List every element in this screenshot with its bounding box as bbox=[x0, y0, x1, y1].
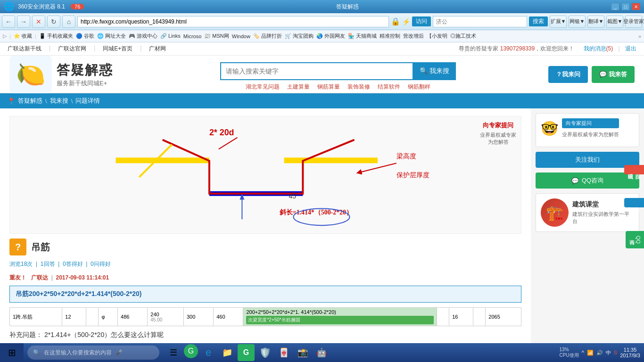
expert-card: 🤓 向专家提问 业界最权威专家为您解答 bbox=[536, 113, 639, 147]
refresh-button[interactable]: ↻ bbox=[47, 16, 60, 28]
bookmark-msn[interactable]: 📰 MSN网 bbox=[204, 33, 229, 40]
header-buttons: ？我来问 💬 我来答 bbox=[548, 66, 635, 83]
search-link-gangjin[interactable]: 钢筋算量 bbox=[317, 83, 340, 91]
bookmark-taobao[interactable]: 🛒 淘宝团购 bbox=[285, 33, 314, 40]
label-lianggao-svg: 梁高度 bbox=[396, 153, 416, 160]
bookmark-window[interactable]: Window bbox=[232, 33, 250, 39]
nav-sep3: | bbox=[140, 45, 141, 53]
bookmark-foreign[interactable]: 🌏 外国网友 bbox=[316, 33, 345, 40]
maximize-button[interactable]: □ bbox=[621, 3, 630, 10]
bookmarks-bar: ▷ | ⭐ 收藏 | 📱 手机收藏夹 🔵 谷歌 🌐 网址大全 🎮 游戏中心 🔗 … bbox=[0, 30, 644, 42]
taskbar-app-file[interactable]: 📁 bbox=[219, 344, 236, 361]
taskbar-app-snap[interactable]: 📸 bbox=[294, 344, 311, 361]
bookmark-shoucang[interactable]: ⭐ 收藏 bbox=[14, 33, 32, 40]
formula-box: 吊筋200+2*50+2*20*d+2*1.414*(500-2*20) bbox=[9, 286, 521, 303]
nav-guangcai[interactable]: 广材网 bbox=[149, 45, 166, 53]
taskbar: ⊞ 🔍 在这里输入你要搜索的内容 🎤 ☰ G e 📁 G 🛡️ 🀄 📸 🤖 13… bbox=[0, 343, 644, 362]
browser-title: 360安全浏览器 8.1 bbox=[18, 3, 65, 11]
follow-button[interactable]: 关注我们 bbox=[536, 152, 639, 168]
nav-gld-guanwang[interactable]: 广联达官网 bbox=[58, 45, 86, 53]
bookmark-shigong[interactable]: ◎施工技术 bbox=[450, 33, 476, 40]
cell-phi: φ bbox=[99, 308, 118, 326]
taskbar-app-mahjong[interactable]: 🀄 bbox=[275, 344, 292, 361]
view-count[interactable]: 浏览18次 bbox=[9, 261, 33, 267]
bookmark-games[interactable]: 🎮 游戏中心 bbox=[129, 33, 157, 40]
answer-question-button[interactable]: 💬 我来答 bbox=[592, 66, 635, 83]
breadcrumb-search[interactable]: 我来搜 bbox=[50, 97, 68, 105]
browser-search-input[interactable] bbox=[433, 16, 527, 27]
breadcrumb-home[interactable]: 答疑解惑 bbox=[18, 97, 42, 105]
float-qq-button[interactable]: QQ咨询 bbox=[626, 231, 644, 248]
login-button[interactable]: 登录管家 bbox=[625, 16, 642, 28]
home-button[interactable]: ⌂ bbox=[62, 16, 75, 28]
search-submit-button[interactable]: 🔍 我来搜 bbox=[413, 62, 456, 80]
tray-network: 📶 bbox=[587, 350, 594, 356]
forward-button[interactable]: → bbox=[17, 16, 30, 28]
taskbar-search-label: 在这里输入你要搜索的内容 bbox=[44, 349, 112, 357]
extension-button[interactable]: 扩展▼ bbox=[550, 16, 567, 28]
back-button[interactable]: ← bbox=[2, 16, 15, 28]
bookmark-links[interactable]: 🔗 Links bbox=[160, 33, 181, 39]
bookmark-wangzhi[interactable]: 🌐 网址大全 bbox=[97, 33, 126, 40]
bookmark-jingzhun[interactable]: 精准控制 bbox=[380, 33, 400, 40]
bookmark-brand[interactable]: 🏷️ 品牌打折 bbox=[253, 33, 282, 40]
minimize-button[interactable]: _ bbox=[611, 3, 619, 10]
content-left: 2* 20d 梁高度 保护层厚度 斜长=1.414*（500-2*20） 45 bbox=[0, 108, 531, 343]
search-link-jiesuan[interactable]: 结算软件 bbox=[378, 83, 400, 91]
site-logo: 🍋 答疑解惑 服务新干线同城E+ bbox=[9, 56, 113, 93]
search-button[interactable]: 搜索 bbox=[529, 16, 548, 26]
search-input[interactable] bbox=[220, 62, 413, 80]
supplement-text: 补充问题： 2*1.414+（500-2*20）怎么要这么计算呢 bbox=[9, 331, 521, 339]
float-follow-button[interactable]: 关注我们 bbox=[624, 198, 644, 207]
expert-avatar: 🤓 bbox=[541, 120, 558, 137]
search-link-hubei[interactable]: 湖北常见问题 bbox=[246, 83, 280, 91]
taskbar-app-360[interactable]: 🛡️ bbox=[256, 344, 273, 361]
system-tray-arrow[interactable]: ^ bbox=[582, 350, 584, 355]
arrow-2x20d bbox=[219, 138, 238, 149]
float-ask-button[interactable]: 点我提问哦 bbox=[624, 165, 644, 174]
nav-gld-xianline[interactable]: 广联达新干线 bbox=[8, 45, 41, 53]
bc-sep1: \ bbox=[45, 98, 47, 105]
my-messages[interactable]: 我的消息(5) bbox=[584, 45, 613, 52]
taskbar-app-task[interactable]: ☰ bbox=[165, 344, 182, 361]
nav-icon: ▷ bbox=[3, 33, 7, 39]
label-2x20d-svg: 2* 20d bbox=[209, 128, 234, 137]
table-row-1: 1跨.吊筋 12 φ 486 240 45.00 300 460 200+2*5… bbox=[10, 308, 521, 326]
stop-button[interactable]: ✕ bbox=[32, 16, 45, 28]
score-link[interactable]: 0问得好 bbox=[91, 261, 111, 267]
cell-num: 12 bbox=[62, 308, 86, 326]
bookmark-mobile[interactable]: 📱 手机收藏夹 bbox=[39, 33, 73, 40]
course-logo-icon: 🏗️ bbox=[546, 205, 563, 221]
taskbar-app-robot[interactable]: 🤖 bbox=[313, 344, 330, 361]
ask-question-button[interactable]: ？我来问 bbox=[548, 66, 588, 83]
bookmark-google[interactable]: 🔵 谷歌 bbox=[76, 33, 94, 40]
netbank-button[interactable]: 网银▼ bbox=[569, 16, 586, 28]
more-icon[interactable]: » bbox=[638, 33, 641, 39]
expert-ask-tag[interactable]: 向专家提问 bbox=[562, 118, 619, 128]
address-input[interactable] bbox=[77, 16, 389, 27]
taskbar-search[interactable]: 🔍 在这里输入你要搜索的内容 🎤 bbox=[27, 346, 159, 360]
search-link-fanyang[interactable]: 钢筋翻样 bbox=[408, 83, 430, 91]
boost-icon: ⚡ bbox=[402, 18, 410, 25]
start-button[interactable]: ⊞ bbox=[0, 343, 24, 362]
visit-button[interactable]: 访问 bbox=[412, 16, 431, 26]
good-count[interactable]: 0答得好 bbox=[63, 261, 83, 267]
qq-consult-button[interactable]: 💬 QQ咨询 bbox=[536, 173, 639, 189]
search-link-tujian[interactable]: 土建算量 bbox=[287, 83, 310, 91]
nav-tongcheng[interactable]: 同城E+首页 bbox=[103, 45, 132, 53]
search-link-zhuangshi[interactable]: 装饰装修 bbox=[347, 83, 370, 91]
screenshot-button[interactable]: 截图▼ bbox=[606, 16, 623, 28]
taskbar-app-edge[interactable]: e bbox=[200, 344, 217, 361]
qq-label: QQ咨询 bbox=[582, 176, 603, 185]
bookmark-xiaofaming[interactable]: 【小发明 bbox=[427, 33, 447, 40]
answer-count[interactable]: 1回答 bbox=[41, 261, 55, 267]
taskbar-app-green-g[interactable]: G bbox=[238, 344, 255, 361]
bookmark-tmall[interactable]: 🏪 天猫商城 bbox=[348, 33, 377, 40]
bookmark-micro[interactable]: Microso bbox=[183, 33, 202, 39]
logo-text: 答疑解惑 服务新干线同城E+ bbox=[57, 61, 113, 88]
translate-button[interactable]: 翻译▼ bbox=[587, 16, 604, 28]
logout-link[interactable]: 退出 bbox=[625, 45, 636, 52]
taskbar-app-chrome[interactable]: G bbox=[184, 344, 198, 358]
close-button[interactable]: ✕ bbox=[632, 3, 640, 10]
bookmark-yingzy[interactable]: 营改增后 bbox=[403, 33, 424, 40]
